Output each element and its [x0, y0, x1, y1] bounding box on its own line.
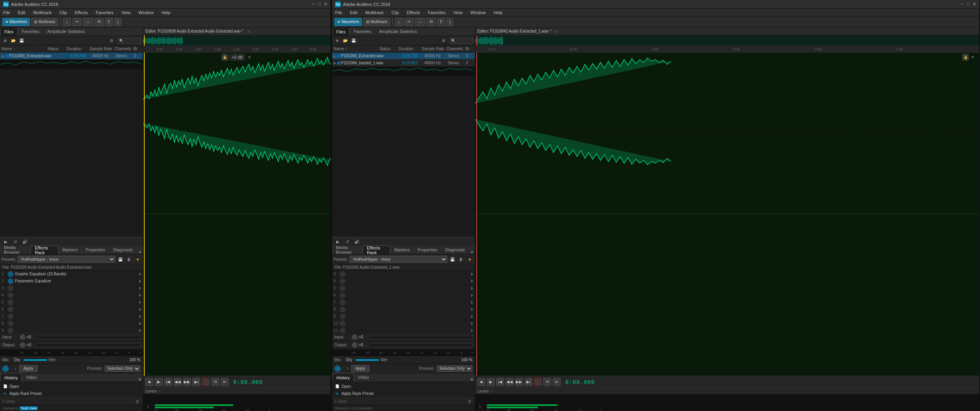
- preset-star-1[interactable]: ★: [134, 256, 141, 263]
- effects-power-btn-1[interactable]: ⏻: [2, 366, 9, 372]
- gain-reset-btn-2[interactable]: ↺: [970, 55, 975, 60]
- mini-play-2[interactable]: ▶: [334, 238, 341, 246]
- waveform-main-1[interactable]: 🔒 +0 dB ↺: [143, 53, 330, 376]
- file-item-2-1[interactable]: ▶ P101083_Extracted.wav * 0:24.758 48000…: [332, 53, 475, 60]
- menu-favorites-2[interactable]: Favorites: [426, 9, 447, 16]
- effects-power-btn-2[interactable]: ⏻: [334, 366, 341, 372]
- file-item-2-2[interactable]: ▶ P101084_tracted_1.wav * 0:10.852 48000…: [332, 60, 475, 67]
- history-tab-video-2[interactable]: Video: [354, 373, 373, 382]
- menu-file-1[interactable]: File: [2, 9, 12, 16]
- apply-btn-2[interactable]: Apply: [351, 365, 370, 372]
- sidebar-tab-amplitude-2[interactable]: Amplitude Statistics: [375, 27, 421, 36]
- history-item-open-2[interactable]: 📄 Open: [332, 383, 475, 390]
- file-item-1[interactable]: ▶ P101083_Extracted.wav * 0:24.759 48000…: [0, 53, 143, 60]
- sidebar-tab-favorites-1[interactable]: Favorites: [18, 27, 43, 36]
- effects-tab-media-1[interactable]: Media Browser: [0, 246, 31, 254]
- trash-btn-2[interactable]: 🗑: [467, 399, 472, 404]
- apply-btn-1[interactable]: Apply: [19, 365, 38, 372]
- search-input-1[interactable]: [118, 38, 141, 44]
- preset-save-1[interactable]: 💾: [117, 256, 124, 263]
- menu-effects-1[interactable]: Effects: [73, 9, 89, 16]
- tool-btn2-2[interactable]: ✂: [405, 18, 414, 26]
- history-item-open-1[interactable]: 📄 Open: [0, 383, 143, 390]
- menu-multitrack-1[interactable]: Multitrack: [32, 9, 53, 16]
- record-btn-2[interactable]: ●: [534, 378, 542, 386]
- effect-row-2-7[interactable]: 7 ○: [332, 299, 475, 306]
- preset-delete-1[interactable]: 🗑: [125, 256, 132, 263]
- history-item-fx-2[interactable]: fx Apply Rack Preset: [332, 390, 475, 397]
- effect-row-4[interactable]: 4 ○: [0, 292, 143, 299]
- io-output-knob-1[interactable]: [20, 342, 25, 348]
- presets-select-1[interactable]: HotRodHippie - Voice: [18, 256, 115, 263]
- effect-row-2-8[interactable]: 8 ○: [332, 306, 475, 313]
- sidebar-tab-files-2[interactable]: Files: [332, 27, 350, 36]
- multitrack-btn-1[interactable]: ⊞ Multitrack: [31, 18, 58, 26]
- menu-window-1[interactable]: Window: [137, 9, 155, 16]
- sidebar-tab-favorites-2[interactable]: Favorites: [350, 27, 375, 36]
- menu-file-2[interactable]: File: [334, 9, 344, 16]
- effect-power-1[interactable]: ●: [8, 271, 13, 277]
- task-view-btn-1[interactable]: Task View: [20, 406, 38, 410]
- effect-row-2-5[interactable]: 5 ○: [332, 285, 475, 292]
- effect-power-9[interactable]: ○: [8, 328, 13, 333]
- play-btn-1[interactable]: ▶: [155, 378, 163, 386]
- effect-power-2-7[interactable]: ○: [340, 300, 345, 305]
- settings-btn-2[interactable]: ⚙: [440, 37, 447, 44]
- effects-tab-diagnostic-1[interactable]: Diagnostic: [109, 246, 137, 254]
- tool-btn-3[interactable]: ↔: [83, 18, 93, 26]
- new-file-btn-1[interactable]: ⊕: [2, 37, 9, 44]
- effect-power-4[interactable]: ○: [8, 293, 13, 298]
- open-file-btn-1[interactable]: 📂: [10, 37, 17, 44]
- effect-row-2-10[interactable]: 10 ○: [332, 320, 475, 327]
- levels-menu-2[interactable]: ≡: [490, 389, 492, 393]
- io-input-knob-1[interactable]: [20, 335, 25, 340]
- maximize-btn-1[interactable]: □: [318, 2, 321, 7]
- effects-tab-diagnostic-2[interactable]: Diagnostic: [441, 246, 469, 254]
- effect-power-2-6[interactable]: ○: [340, 293, 345, 298]
- effect-row-2-6[interactable]: 6 ○: [332, 292, 475, 299]
- history-more-2[interactable]: ≡: [469, 377, 475, 382]
- menu-help-1[interactable]: Help: [160, 9, 172, 16]
- effect-power-2-8[interactable]: ○: [340, 307, 345, 312]
- effect-power-5[interactable]: ○: [8, 300, 13, 305]
- gain-lock-btn-2[interactable]: 🔒: [962, 54, 969, 60]
- search-input-2[interactable]: [450, 38, 473, 44]
- stop-btn-2[interactable]: ■: [477, 378, 485, 386]
- menu-effects-2[interactable]: Effects: [405, 9, 421, 16]
- menu-view-1[interactable]: View: [120, 9, 132, 16]
- effect-row-2-9[interactable]: 9 ○: [332, 313, 475, 320]
- mix-slider-1[interactable]: [24, 359, 47, 361]
- save-file-btn-1[interactable]: 💾: [18, 37, 25, 44]
- io-input-knob-2[interactable]: [352, 335, 358, 340]
- effects-tab-media-2[interactable]: Media Browser: [332, 246, 363, 254]
- effect-power-7[interactable]: ○: [8, 314, 13, 319]
- mini-vol-1[interactable]: 🔊: [21, 238, 28, 246]
- menu-view-2[interactable]: View: [452, 9, 464, 16]
- sidebar-tab-amplitude-1[interactable]: Amplitude Statistics: [43, 27, 89, 36]
- io-output-knob-2[interactable]: [352, 342, 358, 348]
- effects-tab-effects-2[interactable]: Effects Rack: [363, 246, 390, 254]
- preset-delete-2[interactable]: 🗑: [457, 256, 465, 263]
- effect-row-6[interactable]: 6 ○: [0, 306, 143, 313]
- effect-power-2-3[interactable]: ○: [340, 271, 345, 277]
- skip-end-btn-1[interactable]: ▶|: [192, 378, 200, 386]
- out-btn-1[interactable]: ⊳: [221, 378, 229, 386]
- skip-start-btn-2[interactable]: |◀: [496, 378, 504, 386]
- tool-btn-4[interactable]: ⟲: [94, 18, 103, 26]
- mini-loop-1[interactable]: ↺: [12, 238, 19, 246]
- effect-row-1[interactable]: 1 ● Graphic Equalizer (20 Bands): [0, 271, 143, 278]
- tool-btn2-4[interactable]: ⟲: [426, 18, 436, 26]
- effect-power-2-4[interactable]: ○: [340, 278, 345, 284]
- tool-btn-2[interactable]: ✂: [73, 18, 82, 26]
- open-file-btn-2[interactable]: 📂: [342, 37, 349, 44]
- effect-row-5[interactable]: 5 ○: [0, 299, 143, 306]
- menu-favorites-1[interactable]: Favorites: [94, 9, 115, 16]
- loop-btn-1[interactable]: ⟲: [211, 378, 219, 386]
- tool-btn-6[interactable]: |: [114, 18, 121, 26]
- menu-window-2[interactable]: Window: [469, 9, 487, 16]
- effects-more-2[interactable]: »: [469, 249, 475, 254]
- effect-row-2[interactable]: 2 ● Parametric Equalizer: [0, 278, 143, 285]
- loop-btn-2[interactable]: ⟲: [543, 378, 551, 386]
- tool-btn-5[interactable]: T: [105, 18, 113, 26]
- skip-end-btn-2[interactable]: ▶|: [524, 378, 532, 386]
